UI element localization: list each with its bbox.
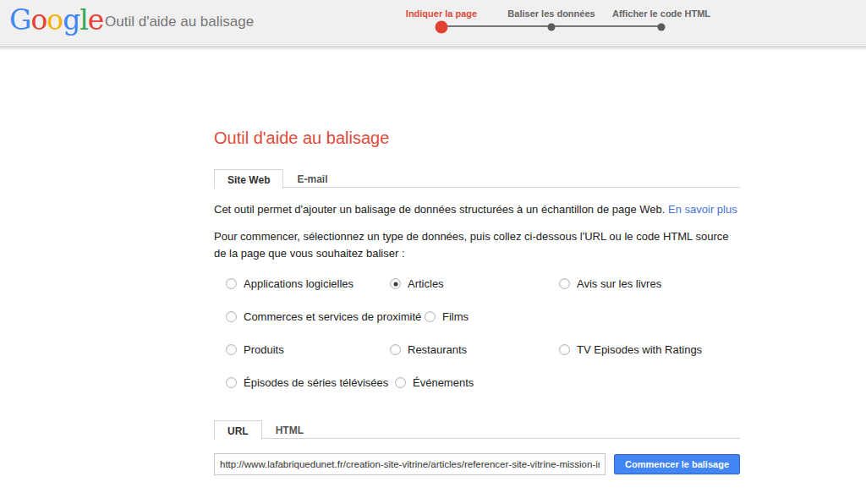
radio-icon — [395, 377, 406, 388]
app-header: Google Outil d'aide au balisage Indiquer… — [0, 0, 866, 45]
url-html-tabs: URL HTML — [214, 420, 740, 439]
radio-icon — [226, 311, 237, 322]
url-input[interactable] — [214, 453, 606, 475]
option-episodes-de-series[interactable]: Épisodes de séries télévisées — [226, 376, 395, 389]
google-logo[interactable]: Google — [9, 3, 103, 36]
instruction-text: Pour commencer, sélectionnez un type de … — [214, 228, 740, 261]
radio-icon — [390, 344, 401, 355]
tab-html[interactable]: HTML — [262, 420, 317, 438]
radio-row: Produits Restaurants TV Episodes with Ra… — [226, 343, 740, 356]
radio-icon — [226, 377, 237, 388]
site-email-tabs: Site Web E-mail — [214, 169, 740, 188]
step-label: Afficher le code HTML — [612, 8, 710, 19]
tab-email[interactable]: E-mail — [283, 169, 341, 187]
tab-site-web[interactable]: Site Web — [214, 169, 283, 189]
logo-letter: G — [9, 3, 30, 36]
radio-row: Épisodes de séries télévisées Événements — [226, 376, 740, 389]
logo-letter: o — [47, 3, 63, 36]
logo-letter: l — [79, 3, 88, 36]
option-applications-logicielles[interactable]: Applications logicielles — [226, 277, 390, 290]
url-input-row: Commencer le balisage — [214, 453, 740, 475]
option-tv-episodes-with-ratings[interactable]: TV Episodes with Ratings — [559, 343, 702, 356]
option-avis-sur-les-livres[interactable]: Avis sur les livres — [559, 277, 661, 290]
option-label: Épisodes de séries télévisées — [244, 376, 388, 389]
option-label: Événements — [413, 376, 474, 389]
radio-icon — [559, 344, 570, 355]
radio-icon — [226, 344, 237, 355]
option-evenements[interactable]: Événements — [395, 376, 474, 389]
intro-text: Cet outil permet d'ajouter un balisage d… — [214, 203, 740, 216]
option-label: Commerces et services de proximité — [244, 310, 421, 323]
step-label: Baliser les données — [507, 8, 595, 19]
option-articles[interactable]: Articles — [390, 277, 559, 290]
option-restaurants[interactable]: Restaurants — [390, 343, 559, 356]
step-dot-current — [436, 21, 448, 34]
step-label: Indiquer la page — [406, 8, 477, 19]
step-dot — [548, 24, 556, 31]
step-dot — [658, 24, 666, 31]
logo-letter: o — [30, 3, 47, 36]
option-label: Applications logicielles — [244, 277, 354, 290]
option-label: Produits — [244, 343, 284, 356]
logo-letter: g — [63, 3, 79, 36]
radio-icon — [559, 278, 570, 289]
option-produits[interactable]: Produits — [226, 343, 390, 356]
option-label: Avis sur les livres — [577, 277, 661, 290]
tab-url[interactable]: URL — [214, 420, 262, 440]
step-afficher-le-code-html: Afficher le code HTML — [589, 0, 733, 45]
option-films[interactable]: Films — [425, 310, 469, 323]
option-label: TV Episodes with Ratings — [577, 343, 702, 356]
option-label: Restaurants — [408, 343, 467, 356]
option-commerces-et-services[interactable]: Commerces et services de proximité — [226, 310, 425, 323]
radio-row: Applications logicielles Articles Avis s… — [226, 277, 740, 290]
page-title: Outil d'aide au balisage — [214, 129, 740, 148]
radio-row: Commerces et services de proximité Films — [226, 310, 740, 323]
main-content: Outil d'aide au balisage Site Web E-mail… — [214, 45, 740, 475]
logo-letter: e — [88, 3, 104, 36]
radio-icon — [226, 278, 237, 289]
learn-more-link[interactable]: En savoir plus — [668, 203, 737, 216]
intro-sentence: Cet outil permet d'ajouter un balisage d… — [214, 203, 665, 216]
start-markup-button[interactable]: Commencer le balisage — [614, 454, 740, 474]
app-title: Outil d'aide au balisage — [105, 14, 254, 30]
progress-stepper: Indiquer la page Baliser les données Aff… — [373, 0, 728, 45]
data-type-options: Applications logicielles Articles Avis s… — [214, 277, 740, 389]
option-label: Articles — [408, 277, 444, 290]
radio-icon — [425, 311, 436, 322]
radio-checked-icon — [390, 278, 401, 289]
option-label: Films — [442, 310, 469, 323]
